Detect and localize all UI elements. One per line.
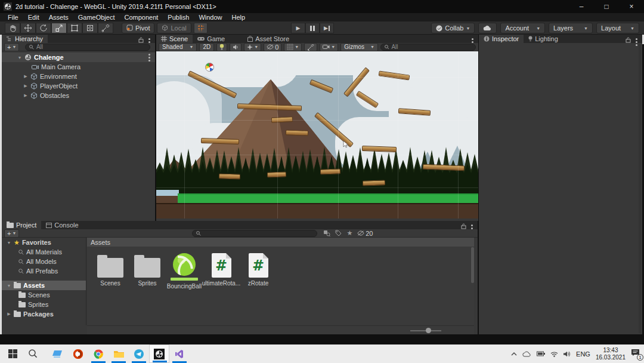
menu-help[interactable]: Help bbox=[228, 14, 250, 21]
asset-item-zrotate[interactable]: # zRotate bbox=[241, 253, 275, 290]
wifi-icon[interactable] bbox=[550, 351, 558, 357]
2d-toggle-button[interactable]: 2D bbox=[199, 43, 214, 51]
scene-camera-dropdown[interactable]: ▼ bbox=[320, 43, 338, 51]
rect-tool-button[interactable] bbox=[67, 23, 82, 33]
asset-item-ultimaterotate[interactable]: # ultimateRota... bbox=[204, 253, 239, 290]
play-button[interactable]: ▶ bbox=[291, 23, 305, 33]
menu-component[interactable]: Component bbox=[120, 14, 162, 21]
favorites-row[interactable]: ▼★ Favorites bbox=[2, 238, 86, 247]
asset-item-sprites[interactable]: Sprites bbox=[130, 253, 165, 290]
layout-dropdown[interactable]: Layout▼ bbox=[596, 23, 639, 33]
scene-viewport[interactable] bbox=[156, 51, 478, 219]
create-object-button[interactable]: +▼ bbox=[4, 43, 19, 51]
search-by-type-icon[interactable] bbox=[323, 230, 330, 236]
onedrive-cloud-icon[interactable] bbox=[522, 351, 531, 357]
expand-arrow-icon[interactable]: ▶ bbox=[23, 84, 28, 88]
menu-assets[interactable]: Assets bbox=[45, 14, 73, 21]
hierarchy-item-obstacles[interactable]: ▶ Obstacles bbox=[2, 91, 155, 100]
volume-icon[interactable] bbox=[564, 351, 571, 357]
assets-folder-row[interactable]: ▼ Assets bbox=[2, 281, 86, 290]
taskbar-app-unity[interactable] bbox=[149, 344, 169, 363]
layers-dropdown[interactable]: Layers▼ bbox=[549, 23, 593, 33]
asset-item-scenes[interactable]: Scenes bbox=[93, 253, 128, 290]
taskbar-app-telegram[interactable] bbox=[129, 344, 149, 363]
wood-plank[interactable] bbox=[187, 70, 237, 99]
asset-store-tab[interactable]: Asset Store bbox=[243, 35, 294, 43]
taskbar-app-chrome[interactable] bbox=[88, 344, 109, 363]
packages-row[interactable]: ▶ Packages bbox=[2, 309, 86, 319]
scene-audio-button[interactable] bbox=[230, 43, 242, 51]
taskbar-app-explorer[interactable] bbox=[109, 344, 129, 363]
wood-plank[interactable] bbox=[237, 103, 302, 111]
game-tab[interactable]: Game bbox=[193, 35, 230, 43]
scene-lighting-button[interactable] bbox=[216, 43, 227, 51]
taskbar-app-office[interactable] bbox=[68, 344, 88, 363]
maximize-button[interactable]: □ bbox=[594, 0, 619, 13]
hierarchy-item-playerobject[interactable]: ▶ PlayerObject bbox=[2, 81, 155, 91]
console-tab[interactable]: Console bbox=[41, 221, 83, 229]
step-button[interactable]: ▶ bbox=[320, 23, 334, 33]
minimize-button[interactable]: – bbox=[569, 0, 594, 13]
taskbar-app-connect[interactable] bbox=[48, 344, 68, 363]
project-search[interactable] bbox=[192, 230, 317, 237]
battery-icon[interactable] bbox=[537, 351, 545, 356]
local-toggle-button[interactable]: Local bbox=[157, 23, 191, 33]
scene-search[interactable] bbox=[380, 44, 476, 51]
all-models-row[interactable]: All Models bbox=[2, 257, 86, 266]
zoom-slider-knob[interactable] bbox=[426, 328, 431, 333]
all-materials-row[interactable]: All Materials bbox=[2, 247, 86, 257]
taskbar-clock[interactable]: 13:43 16.03.2021 bbox=[596, 347, 626, 361]
tool-settings-button[interactable] bbox=[304, 43, 317, 51]
wood-plank[interactable] bbox=[398, 108, 431, 116]
menu-gameobject[interactable]: GameObject bbox=[74, 14, 119, 21]
custom-tool-button[interactable] bbox=[98, 23, 113, 33]
project-tab[interactable]: Project bbox=[2, 221, 41, 229]
wood-plank[interactable] bbox=[362, 146, 397, 152]
menu-edit[interactable]: Edit bbox=[24, 14, 44, 21]
scene-tab[interactable]: Scene bbox=[156, 35, 193, 43]
action-center-button[interactable]: 1 bbox=[631, 349, 642, 359]
tray-chevron-icon[interactable] bbox=[511, 352, 517, 356]
beach-ball[interactable] bbox=[205, 63, 214, 72]
hierarchy-search[interactable] bbox=[25, 44, 150, 51]
all-prefabs-row[interactable]: All Prefabs bbox=[2, 266, 86, 276]
cloud-button[interactable] bbox=[478, 23, 497, 33]
hierarchy-item-environment[interactable]: ▶ Environment bbox=[2, 72, 155, 81]
wood-plank[interactable] bbox=[379, 70, 410, 80]
asset-item-bouncingball[interactable]: BouncingBall bbox=[167, 253, 202, 290]
expand-arrow-icon[interactable]: ▶ bbox=[23, 74, 28, 79]
inspector-scrollbar[interactable] bbox=[639, 44, 641, 333]
menu-publish[interactable]: Publish bbox=[163, 14, 193, 21]
collapse-arrow-icon[interactable]: ▼ bbox=[17, 56, 22, 60]
gizmos-dropdown[interactable]: Gizmos▼ bbox=[340, 43, 378, 51]
sprites-folder-row[interactable]: Sprites bbox=[2, 300, 86, 309]
close-button[interactable]: × bbox=[619, 0, 644, 13]
create-asset-button[interactable]: +▼ bbox=[4, 229, 19, 238]
collab-dropdown[interactable]: Collab▼ bbox=[431, 23, 475, 33]
inspector-menu-icon[interactable] bbox=[636, 41, 637, 43]
grid-snapping-button[interactable] bbox=[194, 23, 208, 33]
start-button[interactable] bbox=[2, 344, 23, 363]
language-indicator[interactable]: ENG bbox=[576, 350, 590, 358]
lock-icon[interactable] bbox=[138, 37, 144, 43]
hierarchy-search-input[interactable] bbox=[36, 44, 146, 50]
favorites-search-icon[interactable]: ★ bbox=[346, 229, 352, 237]
wood-plank[interactable] bbox=[320, 168, 340, 174]
lighting-tab[interactable]: Lighting bbox=[524, 35, 563, 43]
search-by-label-icon[interactable] bbox=[335, 230, 342, 236]
transform-tool-button[interactable] bbox=[82, 23, 98, 33]
content-scrollbar[interactable] bbox=[471, 247, 474, 283]
account-dropdown[interactable]: Account▼ bbox=[500, 23, 545, 33]
wood-plank[interactable] bbox=[219, 173, 240, 179]
move-tool-button[interactable] bbox=[20, 23, 36, 33]
expand-arrow-icon[interactable]: ▶ bbox=[23, 93, 28, 98]
wood-plank[interactable] bbox=[309, 79, 333, 93]
project-search-input[interactable] bbox=[203, 230, 313, 236]
wood-plank[interactable] bbox=[363, 180, 385, 186]
scale-tool-button[interactable] bbox=[51, 23, 67, 33]
pivot-toggle-button[interactable]: Pivot bbox=[122, 23, 154, 33]
hierarchy-item-main-camera[interactable]: Main Camera bbox=[2, 62, 155, 72]
rotate-tool-button[interactable] bbox=[36, 23, 51, 33]
hierarchy-tab[interactable]: Hierarchy bbox=[2, 35, 48, 43]
menu-window[interactable]: Window bbox=[194, 14, 226, 21]
